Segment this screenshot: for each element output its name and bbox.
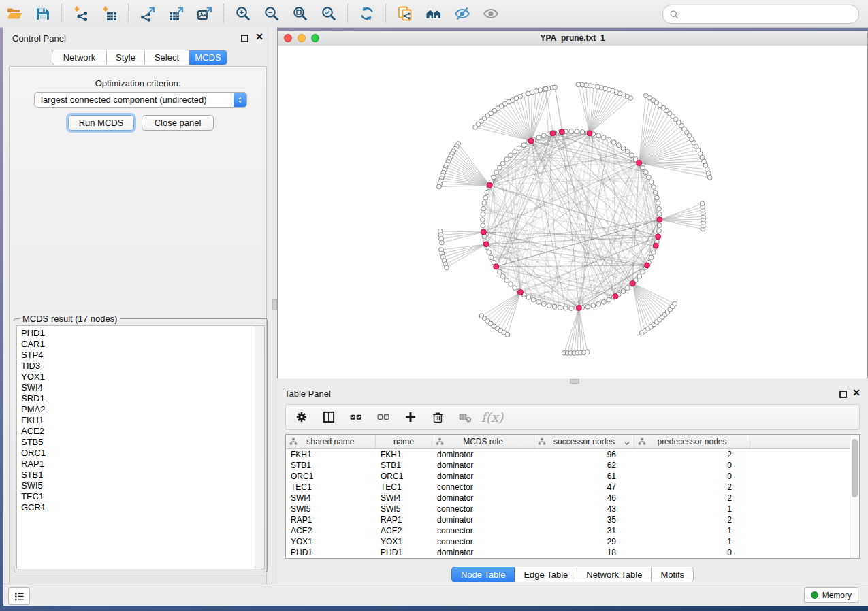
mcds-result-item[interactable]: SRD1: [17, 393, 264, 404]
table-scrollbar[interactable]: [850, 435, 859, 558]
table-row[interactable]: SWI4SWI4dominator462: [286, 493, 850, 503]
table-cell: connector: [432, 536, 534, 547]
table-row[interactable]: ORC1ORC1dominator610: [286, 471, 850, 482]
mcds-result-item[interactable]: YOX1: [17, 371, 264, 382]
zoom-selected-button[interactable]: [317, 2, 341, 25]
toolbar-separator: [61, 4, 63, 23]
import-network-button[interactable]: [69, 2, 93, 25]
table-row[interactable]: STB1STB1dominator620: [286, 460, 850, 471]
hide-selection-button[interactable]: [450, 2, 475, 25]
table-row[interactable]: PHD1PHD1dominator180: [286, 547, 850, 558]
float-panel-icon[interactable]: [839, 391, 847, 398]
column-header-shared-name[interactable]: shared name: [286, 435, 376, 448]
table-row[interactable]: SWI5SWI5connector431: [286, 503, 850, 514]
tab-network-table[interactable]: Network Table: [577, 567, 652, 582]
ring-node: [651, 250, 656, 254]
column-header-successor-nodes[interactable]: successor nodes: [534, 435, 634, 448]
leaf-node: [543, 86, 548, 91]
zoom-fit-button[interactable]: [288, 2, 312, 25]
table-cell: 31: [534, 525, 634, 536]
zoom-in-button[interactable]: [231, 2, 255, 25]
leaf-node: [643, 93, 648, 98]
table-row[interactable]: FKH1FKH1dominator962: [286, 449, 850, 460]
column-header-name[interactable]: name: [376, 435, 432, 448]
export-network-button[interactable]: [135, 2, 160, 25]
fx-button[interactable]: f(x): [481, 407, 504, 427]
table-cell: RAP1: [376, 514, 432, 525]
tab-select[interactable]: Select: [145, 50, 189, 65]
network-canvas[interactable]: [278, 46, 867, 378]
save-session-button[interactable]: [31, 2, 55, 25]
ring-node: [607, 297, 611, 302]
mcds-result-item[interactable]: TID3: [17, 361, 264, 371]
mcds-result-item[interactable]: GCR1: [17, 502, 264, 513]
column-header-MCDS-role[interactable]: MCDS role: [432, 435, 534, 448]
table-row[interactable]: TEC1TEC1connector472: [286, 482, 850, 493]
column-type-icon: [289, 437, 298, 448]
status-bar: Memory: [3, 584, 868, 606]
ring-node: [630, 153, 634, 158]
tab-network[interactable]: Network: [52, 50, 107, 65]
search-input[interactable]: [682, 9, 853, 20]
open-file-button[interactable]: [2, 2, 27, 25]
tab-node-table[interactable]: Node Table: [451, 567, 515, 582]
mcds-result-item[interactable]: STP4: [17, 350, 264, 361]
tab-mcds[interactable]: MCDS: [189, 50, 227, 65]
close-panel-icon[interactable]: ✕: [852, 388, 861, 397]
tab-edge-table[interactable]: Edge Table: [515, 567, 577, 582]
new-network-from-selection-button[interactable]: [393, 2, 417, 25]
mcds-result-item[interactable]: TEC1: [17, 491, 264, 502]
splitter-grip[interactable]: [272, 299, 277, 310]
table-cell: dominator: [432, 547, 534, 558]
refresh-button[interactable]: [355, 2, 379, 25]
run-mcds-button[interactable]: Run MCDS: [68, 115, 134, 131]
mcds-result-item[interactable]: RAP1: [17, 459, 264, 469]
select-all-button[interactable]: [344, 407, 368, 427]
tab-style[interactable]: Style: [107, 50, 145, 65]
memory-button[interactable]: Memory: [804, 587, 858, 603]
mcds-result-item[interactable]: SWI5: [17, 480, 264, 491]
mcds-result-item[interactable]: STB5: [17, 437, 264, 448]
first-neighbors-button[interactable]: [421, 2, 446, 25]
delete-table-button[interactable]: [453, 407, 477, 427]
show-all-button[interactable]: [479, 2, 503, 25]
mcds-result-item[interactable]: FKH1: [17, 415, 264, 426]
columns-button[interactable]: [317, 407, 340, 427]
mcds-result-item[interactable]: CAR1: [17, 339, 264, 350]
gear-button[interactable]: [290, 407, 313, 427]
unselect-all-button[interactable]: [372, 407, 395, 427]
ring-node: [531, 297, 536, 302]
export-image-button[interactable]: [193, 2, 217, 25]
ring-node: [621, 146, 626, 150]
scrollbar-thumb[interactable]: [852, 439, 858, 497]
float-panel-icon[interactable]: [241, 35, 248, 42]
close-panel-button[interactable]: Close panel: [142, 115, 214, 131]
export-table-button[interactable]: [164, 2, 189, 25]
tab-motifs[interactable]: Motifs: [652, 567, 694, 582]
task-history-button[interactable]: [8, 587, 30, 605]
mcds-result-item[interactable]: ACE2: [17, 426, 264, 437]
mcds-list-scrollbar[interactable]: [255, 326, 264, 569]
mcds-result-item[interactable]: PMA2: [17, 404, 264, 415]
criterion-select[interactable]: largest connected component (undirected)…: [34, 92, 247, 108]
mcds-result-item[interactable]: ORC1: [17, 448, 264, 459]
vertical-splitter[interactable]: [272, 27, 277, 584]
close-panel-icon[interactable]: ✕: [255, 32, 263, 42]
column-header-predecessor-nodes[interactable]: predecessor nodes: [634, 435, 750, 448]
table-row[interactable]: RAP1RAP1dominator352: [286, 514, 850, 525]
table-row[interactable]: ACE2ACE2connector311: [286, 525, 850, 536]
import-table-button[interactable]: [97, 2, 122, 25]
horizontal-splitter[interactable]: [277, 378, 868, 384]
mcds-result-item[interactable]: STB1: [17, 469, 264, 480]
mcds-result-item[interactable]: SWI4: [17, 382, 264, 393]
ring-node: [483, 195, 488, 200]
mcds-node: [657, 217, 662, 222]
splitter-grip[interactable]: [570, 379, 579, 384]
trash-button[interactable]: [426, 407, 449, 427]
mcds-result-item[interactable]: PHD1: [17, 328, 264, 339]
network-window-titlebar[interactable]: YPA_prune.txt_1: [278, 31, 867, 46]
table-row[interactable]: YOX1YOX1connector291: [286, 536, 850, 547]
add-button[interactable]: [399, 407, 422, 427]
table-panel: Table Panel ✕ f(x) shared namenameMCDS r…: [277, 384, 868, 584]
zoom-out-button[interactable]: [259, 2, 284, 25]
